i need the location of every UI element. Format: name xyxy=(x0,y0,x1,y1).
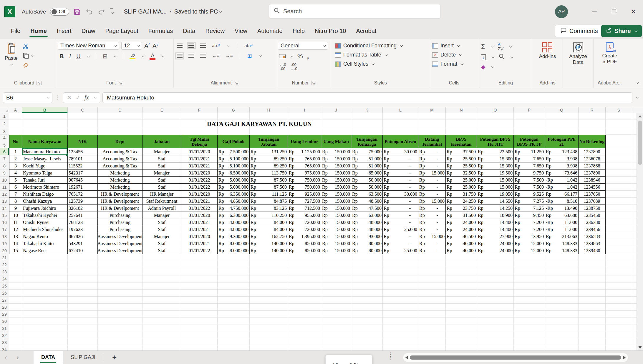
cell[interactable]: Rp7.125 xyxy=(514,205,545,212)
table-header-cell[interactable]: Tgl Mulai Bekerja xyxy=(181,135,218,148)
cell[interactable]: Rp80.000 xyxy=(351,247,383,254)
cell[interactable]: Rp- xyxy=(383,205,418,212)
cell[interactable]: Rp150.000 xyxy=(321,162,351,169)
cell[interactable] xyxy=(606,304,632,311)
cell[interactable]: Rp89.250 xyxy=(250,162,288,169)
cell[interactable] xyxy=(383,282,418,290)
cell[interactable] xyxy=(321,254,351,261)
cell[interactable]: Rp150.000 xyxy=(321,184,351,191)
cell[interactable] xyxy=(68,297,98,304)
row-header-17[interactable]: 17 xyxy=(0,226,9,233)
cell[interactable]: Rp150.000 xyxy=(321,177,351,184)
cell[interactable]: 907645 xyxy=(68,177,98,184)
cell[interactable] xyxy=(98,254,142,261)
cell[interactable]: 1239480 xyxy=(579,247,606,254)
table-header-cell[interactable]: BPJS Kesehatan xyxy=(446,135,477,148)
font-size-select[interactable]: 12 xyxy=(121,42,142,50)
cell[interactable]: -Rp11.000 xyxy=(545,226,579,233)
cell[interactable] xyxy=(321,311,351,318)
cell[interactable] xyxy=(477,311,514,318)
cell[interactable]: Rp150.000 xyxy=(321,233,351,240)
cell[interactable] xyxy=(218,325,250,332)
cell[interactable] xyxy=(477,119,514,128)
cell[interactable]: Rp150.000 xyxy=(321,191,351,198)
cell[interactable]: Rp- xyxy=(418,212,446,219)
row-header-4[interactable]: 4 xyxy=(3,135,6,140)
cell[interactable]: Rp15.300 xyxy=(477,155,514,162)
align-top-icon[interactable] xyxy=(177,44,183,48)
cell[interactable] xyxy=(98,268,142,275)
cell[interactable]: 192671 xyxy=(68,184,98,191)
cell[interactable] xyxy=(446,268,477,275)
cell[interactable]: Kochi Yugo xyxy=(22,162,68,169)
cell[interactable]: Bussiness Development xyxy=(98,233,142,240)
merge-center-icon[interactable]: ⊞ xyxy=(247,52,252,59)
table-header-cell[interactable]: Potongan Absen xyxy=(383,135,418,148)
scroll-down-icon[interactable] xyxy=(637,344,643,350)
cell[interactable] xyxy=(579,275,606,282)
cell[interactable] xyxy=(351,128,383,135)
table-header-cell[interactable]: Tunjangan Keluarga xyxy=(351,135,383,148)
cell[interactable] xyxy=(22,318,68,325)
cell[interactable]: Rp3.938 xyxy=(545,155,579,162)
cut-icon[interactable] xyxy=(23,43,34,49)
cell[interactable] xyxy=(98,290,142,297)
cell[interactable] xyxy=(250,275,288,282)
cell[interactable]: Rp765.000 xyxy=(288,155,321,162)
collapse-ribbon-icon[interactable] xyxy=(635,80,638,85)
cell[interactable]: Rp111.125 xyxy=(250,191,288,198)
column-header-S[interactable]: S xyxy=(606,107,632,113)
menu-tab-help[interactable]: Help xyxy=(288,25,310,37)
cell[interactable]: -Rp1.042 xyxy=(545,184,579,191)
cell[interactable]: Rp- xyxy=(418,162,446,169)
cell[interactable]: Rp15.000 xyxy=(418,198,446,205)
cell[interactable]: Michieda Shunshuke xyxy=(22,226,68,233)
cell[interactable]: Rp73.646 xyxy=(545,169,579,177)
select-all-corner[interactable] xyxy=(0,107,9,113)
cell[interactable]: 1236380 xyxy=(579,219,606,226)
cell[interactable] xyxy=(181,261,218,268)
cell[interactable]: Rp150.000 xyxy=(321,169,351,177)
table-header-cell[interactable]: Potongan BPJS TK JHT xyxy=(477,135,514,148)
table-header-cell[interactable]: Gaji Pokok xyxy=(218,135,250,148)
cell[interactable] xyxy=(288,304,321,311)
cell[interactable]: Rp12.000 xyxy=(514,240,545,247)
cell[interactable]: Rp15.000 xyxy=(477,184,514,191)
table-header-cell[interactable]: Nama Karyawan xyxy=(22,135,68,148)
cell[interactable] xyxy=(477,290,514,297)
cell[interactable] xyxy=(22,304,68,311)
cell[interactable]: Accounting & Tax xyxy=(98,155,142,162)
cell-styles-button[interactable]: Cell Styles xyxy=(334,59,427,69)
cell[interactable]: Rp47.500 xyxy=(351,205,383,212)
cell[interactable]: Rp9.300.000 xyxy=(218,233,250,240)
increase-indent-icon[interactable]: →≡ xyxy=(225,53,233,59)
cell[interactable] xyxy=(606,119,632,128)
cell[interactable]: Rp720.000 xyxy=(288,219,321,226)
align-right-icon[interactable] xyxy=(200,54,206,58)
cell[interactable]: Rp40.000 xyxy=(446,247,477,254)
cell[interactable]: Rp25.500 xyxy=(446,155,477,162)
cell[interactable] xyxy=(418,346,446,350)
comments-button[interactable]: Comments xyxy=(555,25,604,37)
row-header-33[interactable]: 33 xyxy=(0,339,9,346)
cell[interactable] xyxy=(9,128,22,135)
cell[interactable] xyxy=(606,226,632,233)
cell[interactable] xyxy=(181,318,218,325)
cell[interactable] xyxy=(383,339,418,346)
cell[interactable] xyxy=(9,254,22,261)
cell[interactable]: Rp- xyxy=(383,169,418,177)
cell[interactable]: Rp712.500 xyxy=(288,205,321,212)
cell[interactable] xyxy=(606,268,632,275)
cell[interactable] xyxy=(418,325,446,332)
sheet-tab-slip-gaji[interactable]: SLIP GAJI xyxy=(63,351,103,364)
cell[interactable] xyxy=(579,325,606,332)
cell[interactable]: Rp150.000 xyxy=(321,247,351,254)
column-header-H[interactable]: H xyxy=(250,107,288,113)
cell[interactable]: 1237890 xyxy=(579,148,606,155)
cell[interactable]: Marketing xyxy=(98,177,142,184)
cell[interactable]: Rp140.000 xyxy=(250,240,288,247)
cell[interactable] xyxy=(9,304,22,311)
cell[interactable] xyxy=(22,268,68,275)
cell[interactable]: 11 xyxy=(9,219,22,226)
cell[interactable]: Rp25.000 xyxy=(446,184,477,191)
